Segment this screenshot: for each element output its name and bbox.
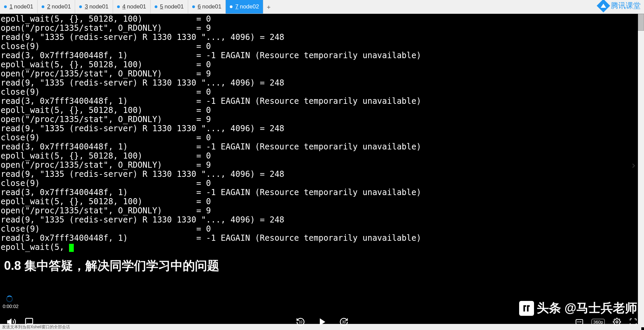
tab-number: 3: [85, 3, 88, 10]
tab-node01-3[interactable]: 3 node01: [75, 0, 113, 14]
terminal-line: open("/proc/1335/stat", O_RDONLY) = 9: [1, 24, 641, 33]
tab-label: node01: [164, 3, 184, 10]
terminal-line: epoll_wait(5, {}, 50128, 100) = 0: [1, 15, 641, 24]
loading-spinner-icon: [6, 296, 13, 302]
terminal-line: close(9) = 0: [1, 88, 641, 97]
terminal-line: close(9) = 0: [1, 42, 641, 51]
next-arrow[interactable]: ›: [630, 159, 637, 171]
terminal-line: read(3, 0x7fff3400448f, 1) = -1 EAGAIN (…: [1, 142, 641, 151]
brand-logo: 腾讯课堂: [599, 1, 641, 11]
tab-label: node01: [52, 3, 71, 10]
terminal-line: read(9, "1335 (redis-server) R 1330 1330…: [1, 124, 641, 133]
forward-seconds: 30: [342, 320, 346, 324]
tab-label: node01: [127, 3, 146, 10]
terminal-line: open("/proc/1335/stat", O_RDONLY) = 9: [1, 206, 641, 215]
tab-node01-5[interactable]: 5 node01: [151, 0, 188, 14]
rewind-button[interactable]: 10: [296, 317, 305, 327]
terminal-line: open("/proc/1335/stat", O_RDONLY) = 9: [1, 115, 641, 124]
tab-label: node01: [202, 3, 221, 10]
svg-marker-0: [7, 319, 11, 325]
tab-node01-6[interactable]: 6 node01: [188, 0, 226, 14]
terminal-line: read(3, 0x7fff3400448f, 1) = -1 EAGAIN (…: [1, 97, 641, 106]
svg-point-5: [616, 321, 618, 323]
tab-number: 5: [160, 3, 163, 10]
terminal-line: read(9, "1335 (redis-server) R 1330 1330…: [1, 170, 641, 179]
terminal-line: epoll_wait(5, {}, 50128, 100) = 0: [1, 106, 641, 115]
tab-node01-2[interactable]: 2 node01: [38, 0, 75, 14]
connection-dot-icon: [155, 5, 157, 8]
terminal-line: read(3, 0x7fff3400448f, 1) = -1 EAGAIN (…: [1, 51, 641, 60]
tab-node02-7[interactable]: 7 node02: [226, 0, 263, 14]
rewind-seconds: 10: [299, 320, 303, 324]
terminal-line: close(9) = 0: [1, 179, 641, 188]
brand-icon: [597, 0, 610, 13]
terminal-line: read(3, 0x7fff3400448f, 1) = -1 EAGAIN (…: [1, 234, 641, 243]
terminal-line: epoll_wait(5,: [1, 243, 641, 252]
video-player-controls: 10 30 360p: [0, 314, 644, 330]
terminal-line: epoll_wait(5, {}, 50128, 100) = 0: [1, 151, 641, 161]
prev-arrow[interactable]: ‹: [1, 159, 7, 171]
tab-label: node01: [14, 3, 33, 10]
svg-marker-1: [320, 319, 325, 326]
tab-node01-4[interactable]: 4 node01: [113, 0, 151, 14]
fullscreen-icon[interactable]: [629, 318, 637, 326]
terminal-line: epoll_wait(5, {}, 50128, 100) = 0: [1, 60, 641, 69]
watermark-icon: [519, 301, 534, 316]
tab-number: 6: [198, 3, 201, 10]
terminal-line: read(9, "1335 (redis-server) R 1330 1330…: [1, 215, 641, 225]
terminal-line: read(3, 0x7fff3400448f, 1) = -1 EAGAIN (…: [1, 188, 641, 197]
terminal-line: close(9) = 0: [1, 133, 641, 142]
tab-label: node01: [89, 3, 109, 10]
play-button[interactable]: [317, 317, 327, 327]
tab-number: 4: [123, 3, 126, 10]
forward-button[interactable]: 30: [339, 317, 349, 327]
volume-icon[interactable]: [7, 317, 16, 327]
connection-dot-icon: [42, 5, 44, 8]
connection-dot-icon: [79, 5, 82, 8]
terminal-cursor: [69, 244, 74, 252]
settings-icon[interactable]: [613, 318, 621, 326]
connection-dot-icon: [192, 5, 195, 8]
brand-text: 腾讯课堂: [611, 1, 641, 11]
scrollbar-thumb[interactable]: [638, 14, 644, 31]
terminal-line: read(9, "1335 (redis-server) R 1330 1330…: [1, 33, 641, 42]
connection-dot-icon: [117, 5, 120, 8]
scrollbar[interactable]: [638, 14, 644, 327]
add-tab-button[interactable]: +: [263, 3, 274, 10]
tab-number: 1: [9, 3, 13, 10]
connection-dot-icon: [4, 5, 7, 8]
quality-selector[interactable]: 360p: [592, 319, 605, 325]
terminal-line: epoll_wait(5, {}, 50128, 100) = 0: [1, 197, 641, 206]
tab-node01-1[interactable]: 1 node01: [0, 0, 38, 14]
comment-icon[interactable]: [24, 317, 34, 327]
terminal-line: open("/proc/1335/stat", O_RDONLY) = 9: [1, 161, 641, 170]
terminal-line: close(9) = 0: [1, 225, 641, 234]
tab-number: 2: [47, 3, 50, 10]
tab-label: node02: [240, 3, 259, 10]
tab-bar: 1 node012 node013 node014 node015 node01…: [0, 0, 644, 14]
terminal-line: open("/proc/1335/stat", O_RDONLY) = 9: [1, 69, 641, 78]
video-subtitle: 0.8 集中答疑，解决同学们学习中的问题: [4, 258, 219, 274]
video-timestamp: 0:00:02: [3, 304, 19, 309]
terminal-output[interactable]: epoll_wait(5, {}, 50128, 100) = 0open("/…: [0, 14, 641, 327]
subtitle-icon[interactable]: [575, 318, 583, 326]
connection-dot-icon: [230, 5, 232, 8]
terminal-line: read(9, "1335 (redis-server) R 1330 1330…: [1, 78, 641, 88]
tab-number: 7: [235, 3, 238, 10]
